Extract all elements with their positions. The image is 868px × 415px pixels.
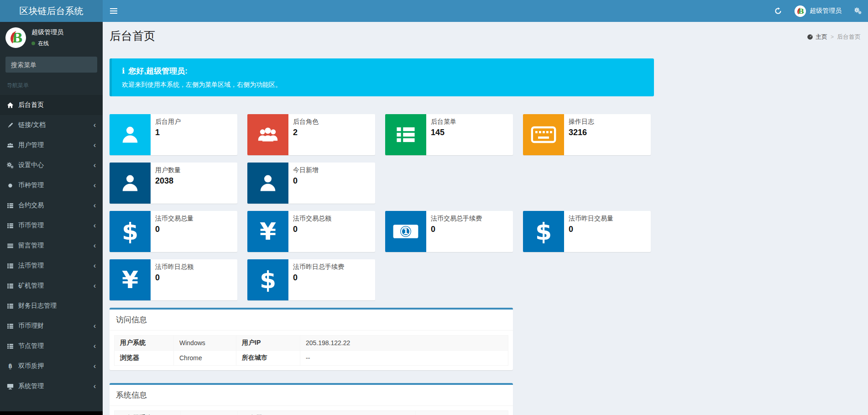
content-wrapper: 后台首页 主页 > 后台首页 您好,超级管理员: 欢迎来到使用本系统 (103, 22, 868, 415)
list-icon (7, 343, 18, 350)
sidebar-item-label: 节点管理 (18, 342, 44, 350)
user-status[interactable]: 在线 (31, 40, 63, 47)
stat-row: ¥ 法币昨日总额 0 $ 法币昨日总手续费 0 (110, 259, 651, 300)
settings-button[interactable] (848, 0, 868, 22)
dollar-icon: $ (247, 259, 288, 300)
info-box-value: 0 (155, 225, 193, 234)
list-icon (7, 222, 18, 229)
desktop-icon (7, 383, 18, 390)
sidebar-item[interactable]: 法币管理 ‹ (0, 256, 103, 276)
user-menu[interactable]: B 超级管理员 (788, 0, 848, 22)
chevron-left-icon: ‹ (94, 202, 96, 209)
info-value-cell: Chrome (174, 351, 236, 366)
sidebar-item[interactable]: 用户管理 ‹ (0, 135, 103, 155)
info-box: 1 法币交易总手续费 0 (385, 211, 513, 252)
sidebar-item-label: 财务日志管理 (18, 302, 57, 310)
info-box-label: 法币昨日总手续费 (293, 263, 344, 271)
hamburger-icon (110, 7, 117, 15)
info-box-value: 2038 (155, 176, 181, 186)
breadcrumb-home-label: 主页 (816, 33, 827, 41)
chevron-left-icon: ‹ (94, 383, 96, 390)
info-box-value: 0 (293, 225, 331, 234)
sidebar-item-label: 留言管理 (18, 242, 44, 250)
chevron-left-icon: ‹ (94, 242, 96, 249)
list-icon (7, 303, 18, 310)
navbar: B 超级管理员 (103, 0, 868, 22)
chevron-left-icon: ‹ (94, 222, 96, 229)
info-box-label: 操作日志 (569, 118, 594, 126)
user-icon (110, 163, 151, 204)
info-value-cell: 103.147.13.131 (416, 411, 508, 415)
info-icon (122, 66, 125, 75)
info-box-value: 0 (569, 225, 613, 234)
page: 区块链后台系统 B 超级管理员 B (0, 0, 868, 415)
info-box-label: 后台菜单 (431, 118, 456, 126)
list-icon (7, 263, 18, 269)
info-box-value: 2 (293, 128, 319, 137)
info-box: ¥ 法币昨日总额 0 (110, 259, 237, 300)
sidebar-item[interactable]: B 双币质押 ‹ (0, 356, 103, 376)
chevron-left-icon: ‹ (94, 282, 96, 289)
table-row: 用户系统Windows用户IP205.198.122.22 (115, 336, 508, 351)
welcome-callout: 您好,超级管理员: 欢迎来到使用本系统，左侧为菜单区域，右侧为功能区。 (110, 58, 654, 96)
chevron-left-icon: ‹ (94, 162, 96, 169)
table-row: 服务器系统Linux服务器IP103.147.13.131 (115, 411, 508, 415)
info-box: 操作日志 3216 (523, 114, 651, 155)
info-box: 后台角色 2 (247, 114, 375, 155)
info-box: 今日新增 0 (247, 163, 375, 204)
sidebar-item[interactable]: 币币理财 ‹ (0, 316, 103, 336)
sidebar-item[interactable]: 矿机管理 ‹ (0, 276, 103, 296)
sidebar-item[interactable]: 币种管理 ‹ (0, 175, 103, 195)
callout-title: 您好,超级管理员: (122, 66, 644, 76)
sidebar-toggle-button[interactable] (103, 0, 125, 22)
breadcrumb-home[interactable]: 主页 (807, 33, 827, 41)
info-box: 用户数量 2038 (110, 163, 237, 204)
info-box: $ 法币昨日总手续费 0 (247, 259, 375, 300)
panel-title: 访问信息 (110, 310, 513, 331)
callout-body: 欢迎来到使用本系统，左侧为菜单区域，右侧为功能区。 (122, 81, 644, 89)
sidebar-item[interactable]: 系统管理 ‹ (0, 376, 103, 396)
nav-section-label: 导航菜单 (0, 73, 103, 95)
home-icon (7, 102, 18, 109)
chevron-left-icon: ‹ (94, 342, 96, 350)
refresh-button[interactable] (768, 0, 788, 22)
chevron-left-icon: ‹ (94, 121, 96, 129)
breadcrumb-current: 后台首页 (837, 33, 861, 41)
sidebar-item[interactable]: 链接/文档 ‹ (0, 115, 103, 135)
info-box-label: 法币交易总量 (155, 215, 193, 223)
info-box: 后台用户 1 (110, 114, 237, 155)
main-area: B 超级管理员 在线 导航菜单 后台首页 ‹ 链接/文档 (0, 22, 868, 415)
sidebar-item-label: 用户管理 (18, 141, 44, 149)
app-brand[interactable]: 区块链后台系统 (0, 0, 103, 22)
online-dot-icon (31, 42, 35, 45)
sidebar-item[interactable]: 节点管理 ‹ (0, 336, 103, 356)
sidebar-item-label: 双币质押 (18, 362, 44, 370)
navbar-right: B 超级管理员 (768, 0, 868, 22)
svg-text:B: B (8, 363, 12, 369)
breadcrumb-separator: > (831, 34, 834, 40)
info-box-value: 1 (155, 128, 181, 137)
dollar-icon: $ (523, 211, 564, 252)
yen-icon: ¥ (110, 259, 151, 300)
refresh-icon (774, 7, 782, 15)
sidebar-item[interactable]: 合约交易 ‹ (0, 195, 103, 215)
dollar-icon: $ (110, 211, 151, 252)
gauge-icon (807, 34, 813, 40)
sidebar-item[interactable]: 后台首页 ‹ (0, 95, 103, 115)
info-box-label: 后台角色 (293, 118, 319, 126)
sidebar-item[interactable]: 财务日志管理 ‹ (0, 296, 103, 316)
users-icon (7, 142, 18, 149)
info-label-cell: 浏览器 (115, 351, 174, 366)
sidebar-item-label: 矿机管理 (18, 282, 44, 290)
sidebar-menu: 后台首页 ‹ 链接/文档 ‹ 用户管理 ‹ 设置中心 ‹ 币种管理 ‹ 合约交易… (0, 95, 103, 396)
chevron-left-icon: ‹ (94, 362, 96, 370)
content: 您好,超级管理员: 欢迎来到使用本系统，左侧为菜单区域，右侧为功能区。 后台用户… (103, 58, 868, 415)
avatar: B (795, 5, 806, 17)
sidebar-item[interactable]: 币币管理 ‹ (0, 215, 103, 236)
menu-search-input[interactable] (5, 57, 97, 73)
sidebar-item[interactable]: 留言管理 ‹ (0, 236, 103, 256)
sidebar-item[interactable]: 设置中心 ‹ (0, 155, 103, 175)
sidebar: B 超级管理员 在线 导航菜单 后台首页 ‹ 链接/文档 (0, 22, 103, 415)
content-header: 后台首页 主页 > 后台首页 (103, 22, 868, 43)
info-label-cell: 用户系统 (115, 336, 174, 351)
